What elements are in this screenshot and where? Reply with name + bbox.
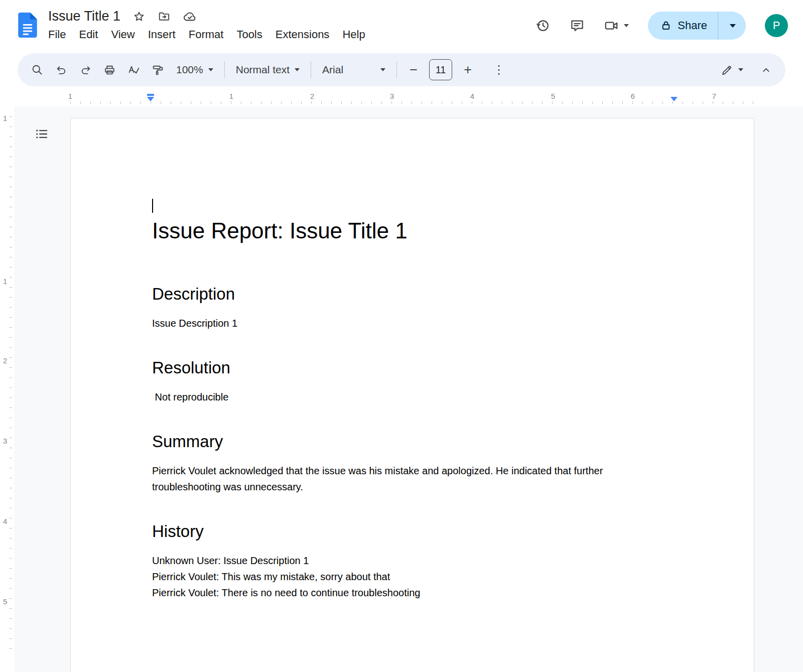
move-folder-icon[interactable] [158, 10, 171, 23]
account-avatar[interactable]: P [765, 14, 788, 37]
menu-help[interactable]: Help [336, 27, 371, 42]
lock-icon [660, 20, 672, 32]
increase-font-size-button[interactable]: + [456, 58, 479, 81]
title-area: Issue Title 1 [48, 9, 372, 43]
cloud-status-icon[interactable] [183, 10, 197, 24]
paragraph[interactable]: Issue Description 1 [152, 315, 673, 331]
star-icon[interactable] [132, 10, 146, 23]
zoom-select[interactable]: 100% [170, 58, 219, 81]
ruler-number: 4 [3, 517, 7, 525]
menu-extensions[interactable]: Extensions [269, 27, 336, 42]
vertical-ruler[interactable]: 1 1 2 3 4 5 [0, 106, 14, 672]
collapse-toolbar-button[interactable] [754, 58, 777, 81]
section-heading-description[interactable]: Description [152, 284, 673, 305]
print-button[interactable] [98, 58, 121, 81]
toolbar-divider [396, 61, 397, 78]
ruler-number: 1 [3, 114, 7, 122]
paragraph-style-caret-icon [295, 68, 300, 71]
ruler-number: 7 [712, 92, 716, 100]
join-call-control[interactable] [604, 18, 629, 33]
decrease-font-size-button[interactable]: − [402, 58, 425, 81]
ruler-number: 5 [3, 597, 7, 606]
menubar: File Edit View Insert Format Tools Exten… [47, 27, 372, 42]
zoom-caret-icon [208, 68, 213, 71]
editing-mode-select[interactable] [715, 58, 749, 81]
toolbar: 100% Normal text Arial − + ⋮ [18, 53, 785, 86]
share-button-divider [718, 12, 718, 40]
editing-mode-caret-icon [738, 68, 743, 71]
document-page[interactable]: Issue Report: Issue Title 1 Description … [70, 118, 754, 672]
ruler-number: 1 [68, 92, 72, 100]
share-label: Share [678, 19, 707, 32]
paragraph[interactable]: Not reproducible [152, 389, 673, 405]
spellcheck-button[interactable] [122, 58, 145, 81]
titlebar: Issue Title 1 [0, 0, 803, 51]
section-heading-history[interactable]: History [152, 521, 673, 542]
ruler-number: 3 [3, 437, 7, 445]
more-options-button[interactable]: ⋮ [487, 58, 510, 81]
ruler-number: 3 [390, 92, 394, 100]
ruler-number: 5 [551, 92, 555, 100]
menu-file[interactable]: File [47, 27, 72, 42]
ruler-number: 1 [229, 92, 233, 100]
toolbar-divider [311, 61, 311, 78]
font-family-select[interactable]: Arial [316, 58, 391, 81]
document-title[interactable]: Issue Title 1 [48, 9, 120, 24]
paragraph[interactable]: Pierrick Voulet: There is no need to con… [152, 585, 673, 601]
toolbar-divider [224, 61, 225, 78]
docs-logo-icon[interactable] [18, 13, 37, 40]
ruler-number: 2 [3, 356, 7, 365]
version-history-icon[interactable] [536, 18, 551, 33]
video-camera-icon[interactable] [604, 18, 619, 33]
ruler-number: 2 [310, 92, 314, 100]
google-docs-app: Issue Title 1 [0, 0, 803, 672]
header-actions: Share P [536, 12, 788, 40]
text-cursor [152, 199, 153, 213]
menu-tools[interactable]: Tools [230, 27, 269, 42]
share-button[interactable]: Share [648, 12, 746, 40]
section-heading-resolution[interactable]: Resolution [152, 357, 673, 378]
menu-view[interactable]: View [104, 27, 141, 42]
video-dropdown-caret-icon[interactable] [624, 24, 629, 27]
paragraph[interactable]: Pierrick Voulet: This was my mistake, so… [152, 569, 673, 585]
share-dropdown-caret-icon[interactable] [724, 24, 738, 28]
pencil-icon [721, 64, 733, 76]
paragraph-style-value: Normal text [236, 64, 290, 76]
toolbar-row: 100% Normal text Arial − + ⋮ [0, 51, 803, 89]
font-family-value: Arial [322, 64, 343, 76]
paragraph[interactable]: Unknown User: Issue Description 1 [152, 553, 673, 569]
section-heading-summary[interactable]: Summary [152, 431, 673, 452]
menu-format[interactable]: Format [182, 27, 230, 42]
font-family-caret-icon [380, 68, 385, 71]
ruler-number: 6 [631, 92, 635, 100]
font-size-input[interactable] [429, 59, 452, 80]
horizontal-ruler[interactable]: 1 1 2 3 4 5 6 7 [0, 89, 803, 106]
redo-button[interactable] [74, 58, 97, 81]
ruler-number: 1 [3, 277, 7, 286]
menu-insert[interactable]: Insert [142, 27, 182, 42]
comments-icon[interactable] [570, 18, 585, 33]
document-outline-icon[interactable] [32, 124, 51, 144]
menu-edit[interactable]: Edit [72, 27, 104, 42]
undo-button[interactable] [50, 58, 73, 81]
toolbar-right-group [715, 58, 777, 81]
document-canvas: 1 1 2 3 4 5 Issue Report: Issue Title 1 … [0, 106, 803, 672]
search-menus-button[interactable] [26, 58, 49, 81]
ruler-number: 4 [470, 92, 474, 100]
zoom-value: 100% [176, 64, 203, 76]
paragraph[interactable]: Pierrick Voulet acknowledged that the is… [152, 463, 673, 495]
doc-heading-title[interactable]: Issue Report: Issue Title 1 [152, 217, 673, 245]
right-indent-marker[interactable] [671, 97, 678, 101]
paint-format-button[interactable] [146, 58, 169, 81]
left-indent-marker[interactable] [147, 94, 154, 101]
paragraph-style-select[interactable]: Normal text [230, 58, 306, 81]
